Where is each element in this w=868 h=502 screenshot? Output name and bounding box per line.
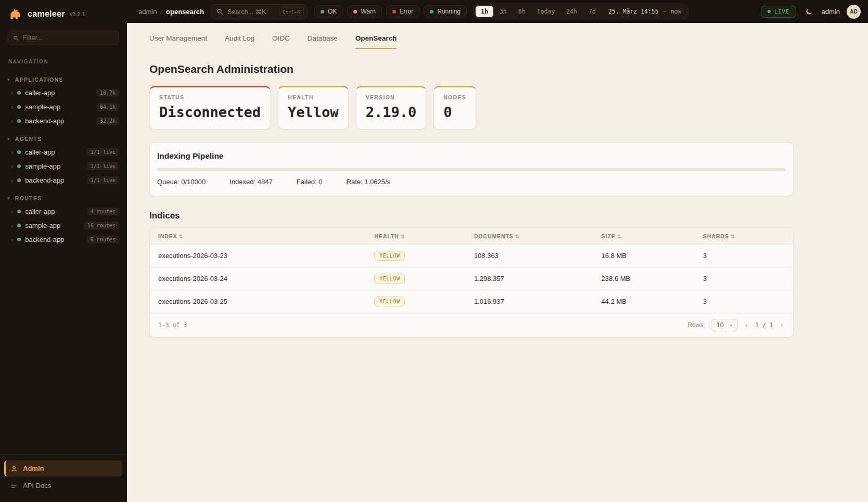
sidebar-item-agent-backend-app[interactable]: › backend-app 1/1 live <box>0 173 126 187</box>
status-dot-icon <box>17 224 21 227</box>
date-range-separator: — <box>663 8 667 15</box>
sidebar-item-route-sample-app[interactable]: › sample-app 16 routes <box>0 218 126 233</box>
stat-card-row: STATUS Disconnected HEALTH Yellow VERSIO… <box>149 86 794 130</box>
rows-per-page-value: 10 <box>717 321 724 329</box>
indices-table: INDEX⇅ HEALTH⇅ DOCUMENTS⇅ SIZE⇅ SHARDS⇅ <box>150 228 793 313</box>
global-search[interactable]: Search... ⌘K Ctrl+K <box>211 4 308 19</box>
next-page-button[interactable]: › <box>779 321 785 329</box>
section-title-applications[interactable]: ▾ APPLICATIONS <box>0 73 126 86</box>
sidebar-item-agent-sample-app[interactable]: › sample-app 1/1 live <box>0 159 126 173</box>
time-range-24h[interactable]: 24h <box>561 6 582 17</box>
sidebar-item-agent-caller-app[interactable]: › caller-app 1/1 live <box>0 145 126 159</box>
nav-item-label: sample-app <box>25 162 60 170</box>
caret-down-icon: ▾ <box>7 136 10 141</box>
nav-item-badge: 4 routes <box>87 208 119 215</box>
nav-item-badge: 32.2k <box>96 117 119 125</box>
rows-per-page-select[interactable]: 10 ▾ <box>711 319 738 331</box>
tab-opensearch[interactable]: OpenSearch <box>355 34 397 43</box>
tab-user-management[interactable]: User Management <box>149 34 207 43</box>
cell-shards: 3 <box>695 267 793 290</box>
date-range-end: now <box>671 8 682 15</box>
table-row[interactable]: executions-2026-03-25 YELLOW 1.016.937 4… <box>150 290 793 313</box>
sidebar-item-caller-app[interactable]: › caller-app 10.7k <box>0 86 126 100</box>
filter-pill-label: Error <box>400 8 414 15</box>
time-range-today[interactable]: Today <box>532 6 560 17</box>
filter-input[interactable] <box>23 34 113 42</box>
health-badge: YELLOW <box>374 297 405 306</box>
sidebar-item-api-docs[interactable]: API Docs <box>4 478 122 494</box>
live-toggle[interactable]: LIVE <box>761 6 796 18</box>
tab-database[interactable]: Database <box>308 34 338 43</box>
chevron-right-icon: › <box>11 89 13 96</box>
time-range-6h[interactable]: 6h <box>513 6 531 17</box>
sidebar-item-backend-app[interactable]: › backend-app 32.2k <box>0 114 126 128</box>
sidebar-item-route-caller-app[interactable]: › caller-app 4 routes <box>0 204 126 218</box>
filter-pill-warn[interactable]: Warn <box>347 5 381 18</box>
prev-page-button[interactable]: ‹ <box>744 321 749 329</box>
dark-mode-toggle[interactable] <box>803 6 815 18</box>
pipeline-stats: Queue: 0/10000 Indexed: 4847 Failed: 0 R… <box>157 178 786 186</box>
cell-size: 16.8 MB <box>593 244 695 267</box>
time-range-1h[interactable]: 1h <box>476 6 493 17</box>
filter-pill-running[interactable]: Running <box>424 5 467 18</box>
status-dot-icon <box>321 10 324 14</box>
status-dot-icon <box>17 164 21 168</box>
caret-down-icon: ▾ <box>730 323 732 328</box>
table-row[interactable]: executions-2026-03-24 YELLOW 1.298.357 2… <box>150 267 793 290</box>
sidebar-item-label: API Docs <box>23 482 51 490</box>
filter-pill-ok[interactable]: OK <box>314 5 343 18</box>
sort-icon: ⇅ <box>515 234 520 239</box>
section-title-routes[interactable]: ▾ ROUTES <box>0 191 126 204</box>
date-range-display[interactable]: 25. März 14:55 — now <box>608 8 682 15</box>
table-footer-controls: Rows: 10 ▾ ‹ 1 / 1 › <box>687 319 785 331</box>
cameleer-logo-icon <box>8 7 23 20</box>
search-icon <box>13 35 19 41</box>
status-dot-icon <box>392 10 396 14</box>
main-content: User Management Audit Log OIDC Database … <box>127 23 868 502</box>
nav-item-badge: 10.7k <box>96 89 119 97</box>
filter-pill-label: Running <box>437 8 461 15</box>
section-title-label: AGENTS <box>15 136 42 142</box>
stat-card-nodes: NODES 0 <box>433 86 476 130</box>
sidebar-footer: Admin API Docs <box>0 455 126 502</box>
column-header-documents[interactable]: DOCUMENTS⇅ <box>466 228 593 244</box>
sidebar-filter[interactable] <box>7 31 119 45</box>
sidebar-item-admin[interactable]: Admin <box>4 460 122 477</box>
sidebar-item-label: Admin <box>23 465 44 472</box>
tab-oidc[interactable]: OIDC <box>272 34 290 43</box>
cell-documents: 1.016.937 <box>466 290 593 313</box>
sort-icon: ⇅ <box>617 234 622 239</box>
nav-item-label: sample-app <box>25 222 60 229</box>
column-header-health[interactable]: HEALTH⇅ <box>366 228 466 244</box>
stat-card-status: STATUS Disconnected <box>149 86 271 130</box>
time-range-3h[interactable]: 3h <box>494 6 512 17</box>
column-header-index[interactable]: INDEX⇅ <box>150 228 366 244</box>
column-header-shards[interactable]: SHARDS⇅ <box>695 228 793 244</box>
filter-pill-error[interactable]: Error <box>386 5 420 18</box>
section-title-agents[interactable]: ▾ AGENTS <box>0 132 126 145</box>
pipeline-stat-indexed: Indexed: 4847 <box>229 178 272 186</box>
status-dot-icon <box>353 10 357 14</box>
nav-item-label: caller-app <box>25 148 55 156</box>
health-badge: YELLOW <box>374 274 405 284</box>
chevron-right-icon: › <box>11 236 13 243</box>
breadcrumb-parent[interactable]: admin <box>138 8 157 16</box>
table-row[interactable]: executions-2026-03-23 YELLOW 108.363 16.… <box>150 244 793 267</box>
sidebar-item-route-backend-app[interactable]: › backend-app 6 routes <box>0 233 126 247</box>
sidebar-item-sample-app[interactable]: › sample-app 84.1k <box>0 100 126 114</box>
search-shortcut-badge: Ctrl+K <box>279 7 304 16</box>
avatar[interactable]: AD <box>847 5 861 19</box>
time-range-7d[interactable]: 7d <box>583 6 601 17</box>
section-routes: ▾ ROUTES › caller-app 4 routes › sample-… <box>0 191 126 247</box>
cell-index: executions-2026-03-24 <box>150 267 366 290</box>
column-header-size[interactable]: SIZE⇅ <box>593 228 695 244</box>
user-name[interactable]: admin <box>822 8 840 16</box>
app-version: v3.2.1 <box>70 11 85 17</box>
logo[interactable]: cameleer v3.2.1 <box>0 0 126 23</box>
stat-card-value: 2.19.0 <box>366 104 417 120</box>
active-tab-underline <box>355 48 397 49</box>
stat-card-label: STATUS <box>159 94 261 100</box>
stat-card-version: VERSION 2.19.0 <box>356 86 427 130</box>
tab-audit-log[interactable]: Audit Log <box>225 34 254 43</box>
health-badge: YELLOW <box>374 251 405 261</box>
